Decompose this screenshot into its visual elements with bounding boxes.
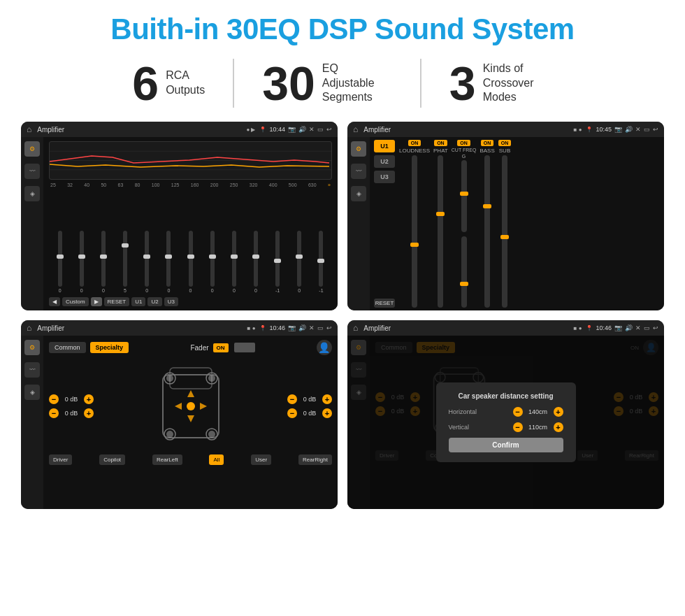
eq-thumb-2[interactable]: [100, 255, 107, 259]
eq-sidebar-icon-1[interactable]: ⚙: [24, 141, 40, 157]
eq-thumb-7[interactable]: [209, 255, 216, 259]
eq-u3-btn[interactable]: U3: [164, 297, 178, 306]
fr-plus-btn[interactable]: +: [322, 394, 332, 404]
confirm-button[interactable]: Confirm: [449, 438, 563, 452]
eq-track-10[interactable]: [275, 231, 280, 287]
eq-screen-card: ⌂ Amplifier ● ▶ 📍 10:44 📷 🔊 ✕ ▭ ↩ ⚙ 〰 ◈: [21, 122, 338, 310]
eq-thumb-8[interactable]: [231, 255, 238, 259]
eq-track-7[interactable]: [210, 231, 215, 287]
eq-thumb-1[interactable]: [78, 255, 85, 259]
fader-status-bar: ⌂ Amplifier ■ ● 📍 10:46 📷 🔊 ✕ ▭ ↩: [21, 320, 338, 336]
common-mode-btn[interactable]: Common: [49, 342, 86, 353]
loudness-on[interactable]: ON: [408, 140, 421, 146]
phat-thumb[interactable]: [436, 212, 445, 216]
fader-sidebar-icon-3[interactable]: ◈: [24, 385, 40, 400]
sub-slider[interactable]: [502, 155, 507, 308]
crossover-sidebar-icon-3[interactable]: ◈: [351, 186, 366, 201]
loudness-thumb[interactable]: [410, 243, 419, 247]
bass-slider[interactable]: [484, 155, 490, 308]
eq-sidebar-icon-2[interactable]: 〰: [24, 164, 40, 179]
crossover-reset-btn[interactable]: RESET: [374, 299, 395, 308]
x-icon-1: ✕: [309, 126, 315, 133]
crossover-sidebar-icon-1[interactable]: ⚙: [351, 141, 366, 157]
rl-minus-btn[interactable]: −: [49, 408, 59, 418]
eq-val-6: 0: [189, 288, 192, 293]
eq-thumb-6[interactable]: [187, 255, 194, 259]
eq-curve-svg: [50, 142, 331, 179]
eq-u2-btn[interactable]: U2: [147, 297, 161, 306]
eq-thumb-4[interactable]: [143, 255, 150, 259]
rr-minus-btn[interactable]: −: [287, 408, 297, 418]
all-btn[interactable]: All: [209, 454, 224, 465]
eq-thumb-5[interactable]: [165, 255, 172, 259]
rearright-btn[interactable]: RearRight: [298, 454, 332, 465]
freq-32: 32: [67, 182, 73, 187]
horizontal-plus-btn[interactable]: +: [554, 407, 563, 417]
specialty-mode-btn[interactable]: Specialty: [90, 342, 129, 353]
phat-slider[interactable]: [438, 155, 443, 308]
cutfreq-on[interactable]: ON: [457, 140, 470, 146]
eq-val-2: 0: [102, 288, 105, 293]
vertical-minus-btn[interactable]: −: [513, 422, 523, 432]
eq-track-9[interactable]: [254, 231, 258, 287]
fl-minus-btn[interactable]: −: [49, 394, 59, 404]
camera-icon-1: 📷: [288, 126, 296, 133]
rl-db-value: 0 dB: [61, 410, 82, 417]
stat-rca-label: RCAOutputs: [166, 69, 205, 98]
u1-btn[interactable]: U1: [374, 140, 395, 152]
eq-thumb-0[interactable]: [57, 255, 64, 259]
fl-plus-btn[interactable]: +: [84, 394, 94, 404]
eq-thumb-12[interactable]: [317, 259, 324, 263]
eq-sidebar-icon-3[interactable]: ◈: [24, 186, 40, 201]
bass-thumb[interactable]: [483, 204, 491, 208]
eq-track-2[interactable]: [101, 231, 106, 287]
eq-thumb-11[interactable]: [296, 255, 303, 259]
eq-prev-btn[interactable]: ◀: [49, 297, 60, 306]
user-btn[interactable]: User: [251, 454, 271, 465]
eq-play-btn[interactable]: ▶: [91, 297, 102, 306]
rearleft-btn[interactable]: RearLeft: [152, 454, 182, 465]
eq-thumb-10[interactable]: [274, 259, 281, 263]
vertical-plus-btn[interactable]: +: [554, 422, 563, 432]
eq-thumb-3[interactable]: [122, 243, 129, 248]
eq-track-12[interactable]: [319, 231, 323, 287]
copilot-btn[interactable]: Copilot: [99, 454, 125, 465]
cutfreq-slider2[interactable]: [461, 236, 467, 308]
rr-db-value: 0 dB: [299, 410, 320, 417]
cutfreq-g-label: G: [462, 154, 466, 159]
phat-on[interactable]: ON: [434, 140, 447, 146]
bass-on[interactable]: ON: [481, 140, 494, 146]
eq-u1-btn[interactable]: U1: [131, 297, 145, 306]
eq-reset-btn[interactable]: RESET: [104, 297, 130, 306]
loudness-slider[interactable]: [412, 155, 417, 308]
cutfreq-thumb[interactable]: [460, 192, 468, 196]
sub-thumb[interactable]: [500, 235, 509, 239]
fader-on-toggle[interactable]: ON: [213, 343, 229, 352]
dialog-screen-title: Amplifier: [363, 324, 569, 332]
crossover-sidebar-icon-2[interactable]: 〰: [351, 164, 366, 179]
fader-sidebar-icon-1[interactable]: ⚙: [24, 340, 40, 355]
eq-track-4[interactable]: [145, 231, 149, 287]
horizontal-minus-btn[interactable]: −: [513, 407, 523, 417]
rr-plus-btn[interactable]: +: [322, 408, 332, 418]
cutfreq-thumb2[interactable]: [460, 282, 468, 286]
fr-minus-btn[interactable]: −: [287, 394, 297, 404]
eq-track-5[interactable]: [166, 231, 171, 287]
fader-slider-bar[interactable]: [234, 343, 255, 352]
eq-screen-title: Amplifier: [37, 126, 242, 134]
eq-track-8[interactable]: [232, 231, 236, 287]
cutfreq-slider[interactable]: [461, 160, 467, 232]
eq-track-6[interactable]: [189, 231, 193, 287]
eq-track-0[interactable]: [58, 231, 62, 287]
eq-track-11[interactable]: [297, 231, 301, 287]
u3-btn[interactable]: U3: [374, 171, 395, 183]
eq-track-3[interactable]: [123, 231, 127, 287]
reset-btn-crossover[interactable]: RESET: [374, 299, 395, 308]
sub-on[interactable]: ON: [498, 140, 512, 146]
eq-track-1[interactable]: [80, 231, 84, 287]
u2-btn[interactable]: U2: [374, 155, 395, 168]
rl-plus-btn[interactable]: +: [84, 408, 94, 418]
fader-sidebar-icon-2[interactable]: 〰: [24, 362, 40, 378]
eq-thumb-9[interactable]: [252, 255, 259, 259]
driver-btn[interactable]: Driver: [49, 454, 72, 465]
